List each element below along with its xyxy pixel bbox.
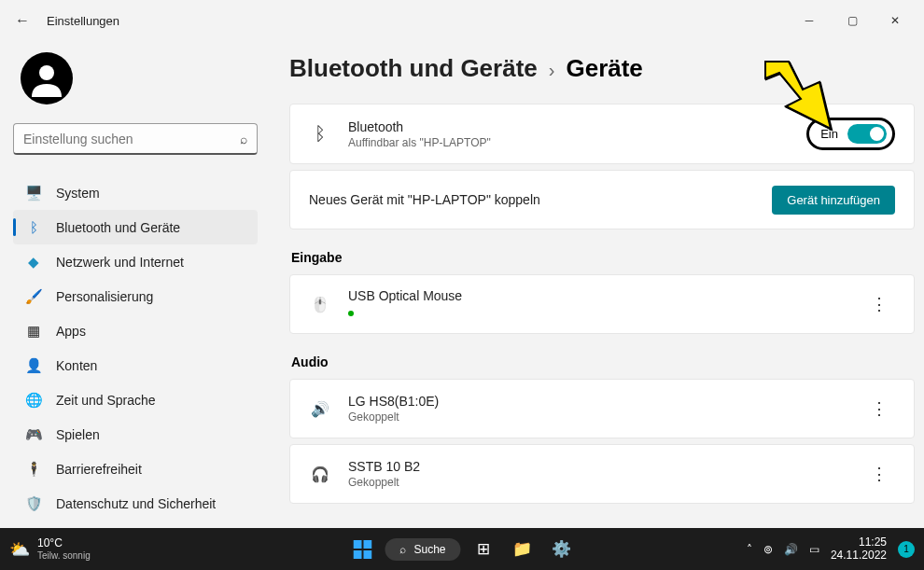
speaker-icon: 🔊 [309,400,331,418]
search-icon: ⌕ [240,132,247,146]
wifi-tray-icon[interactable]: ⊚ [763,543,773,556]
chevron-up-icon[interactable]: ˄ [747,543,752,556]
explorer-icon[interactable]: 📁 [506,533,539,566]
sidebar-item-label: Barrierefreiheit [56,462,142,477]
titlebar: ← Einstellungen ─ ▢ ✕ [0,0,924,41]
breadcrumb-current: Geräte [566,54,642,83]
device-name: LG HS8(B1:0E) [348,394,863,409]
notification-badge[interactable]: 1 [898,541,915,558]
taskbar-weather[interactable]: ⛅ 10°C Teilw. sonnig [9,537,91,560]
sidebar-item-gaming[interactable]: 🎮Spielen [13,417,258,452]
svg-rect-5 [363,550,371,559]
apps-icon: ▦ [24,322,43,341]
chevron-right-icon: › [549,60,555,81]
volume-tray-icon[interactable]: 🔊 [784,543,798,556]
bluetooth-title: Bluetooth [348,119,806,134]
sidebar-item-bluetooth-devices[interactable]: ᛒBluetooth und Geräte [13,210,258,244]
sidebar-item-accessibility[interactable]: 🕴Barrierefreiheit [13,452,258,486]
back-button[interactable]: ← [7,12,37,29]
sidebar-item-time-language[interactable]: 🌐Zeit und Sprache [13,382,258,417]
sidebar-item-personalization[interactable]: 🖌️Personalisierung [13,279,258,313]
sidebar-item-label: Spielen [56,427,100,442]
sidebar-item-label: Netzwerk und Internet [56,255,184,270]
bluetooth-toggle[interactable] [847,124,887,144]
device-menu-button[interactable]: ⋮ [863,290,895,318]
device-status: Gekoppelt [348,410,863,424]
section-heading-input: Eingabe [291,250,915,265]
person-icon: 👤 [24,356,43,375]
maximize-button[interactable]: ▢ [831,6,874,35]
sidebar: ⌕ 🖥️System ᛒBluetooth und Geräte ◆Netzwe… [0,41,271,528]
search-icon: ⌕ [399,543,406,556]
sidebar-item-label: Personalisierung [56,289,153,304]
sidebar-item-apps[interactable]: ▦Apps [13,313,258,348]
svg-rect-3 [363,540,371,549]
section-heading-audio: Audio [291,355,915,369]
avatar[interactable] [21,52,73,104]
minimize-button[interactable]: ─ [788,6,831,35]
sidebar-item-label: Bluetooth und Geräte [56,220,180,235]
add-device-button[interactable]: Gerät hinzufügen [772,186,895,215]
device-name: USB Optical Mouse [348,288,863,303]
wifi-icon: ◆ [24,253,43,271]
sidebar-item-label: Apps [56,324,86,339]
search-field[interactable] [23,132,240,146]
device-card[interactable]: 🖱️ USB Optical Mouse ⋮ [289,274,915,334]
pair-card: Neues Gerät mit "HP-LAPTOP" koppeln Gerä… [289,170,915,229]
start-button[interactable] [345,533,379,566]
device-card[interactable]: 🔊 LG HS8(B1:0E) Gekoppelt ⋮ [289,379,915,438]
sidebar-item-system[interactable]: 🖥️System [13,175,258,210]
search-input[interactable]: ⌕ [13,123,258,155]
pair-text: Neues Gerät mit "HP-LAPTOP" koppeln [309,192,772,207]
device-card[interactable]: 🎧 SSTB 10 B2 Gekoppelt ⋮ [289,444,915,504]
close-button[interactable]: ✕ [874,6,917,35]
headphones-icon: 🎧 [309,466,331,483]
breadcrumb: Bluetooth und Geräte › Geräte [289,54,915,83]
clock-time: 11:25 [831,536,887,549]
settings-icon[interactable]: ⚙️ [545,533,579,566]
weather-temp: 10°C [37,537,91,549]
bluetooth-icon: ᛒ [24,218,43,237]
bluetooth-toggle-wrap: Ein [806,118,895,150]
mouse-icon: 🖱️ [309,296,331,313]
taskbar: ⛅ 10°C Teilw. sonnig ⌕ Suche ⊞ 📁 ⚙️ ˄ ⊚ … [0,528,924,570]
display-icon: 🖥️ [24,184,43,202]
sidebar-item-label: Zeit und Sprache [56,393,156,408]
accessibility-icon: 🕴 [24,460,43,479]
status-dot-connected [348,311,354,316]
device-menu-button[interactable]: ⋮ [863,395,895,423]
svg-point-0 [39,65,54,80]
gamepad-icon: 🎮 [24,425,43,444]
clock-date: 24.11.2022 [831,549,887,563]
bluetooth-subtitle: Auffindbar als "HP-LAPTOP" [348,136,806,149]
sidebar-item-label: System [56,186,100,201]
bluetooth-card: ᛒ Bluetooth Auffindbar als "HP-LAPTOP" E… [289,104,915,164]
bluetooth-icon: ᛒ [309,123,331,145]
nav-list: 🖥️System ᛒBluetooth und Geräte ◆Netzwerk… [13,175,258,521]
battery-tray-icon[interactable]: ▭ [809,543,819,556]
main-content: Bluetooth und Geräte › Geräte ᛒ Bluetoot… [271,41,924,528]
window-title: Einstellungen [47,14,119,28]
device-menu-button[interactable]: ⋮ [863,460,895,488]
taskbar-search-label: Suche [413,543,445,556]
taskbar-search[interactable]: ⌕ Suche [385,538,460,561]
device-status: Gekoppelt [348,476,863,489]
sidebar-item-accounts[interactable]: 👤Konten [13,348,258,382]
shield-icon: 🛡️ [24,494,43,513]
weather-desc: Teilw. sonnig [37,550,91,561]
globe-icon: 🌐 [24,391,43,410]
breadcrumb-parent[interactable]: Bluetooth und Geräte [289,54,538,83]
device-name: SSTB 10 B2 [348,459,863,474]
svg-rect-4 [353,550,361,559]
sidebar-item-network[interactable]: ◆Netzwerk und Internet [13,244,258,279]
toggle-label: Ein [820,127,838,141]
sidebar-item-label: Datenschutz und Sicherheit [56,496,216,511]
sidebar-item-label: Konten [56,358,97,373]
weather-icon: ⛅ [9,539,30,560]
sidebar-item-privacy[interactable]: 🛡️Datenschutz und Sicherheit [13,486,258,521]
task-view-button[interactable]: ⊞ [467,533,500,566]
taskbar-clock[interactable]: 11:25 24.11.2022 [831,536,887,563]
svg-rect-2 [353,540,361,549]
brush-icon: 🖌️ [24,287,43,306]
